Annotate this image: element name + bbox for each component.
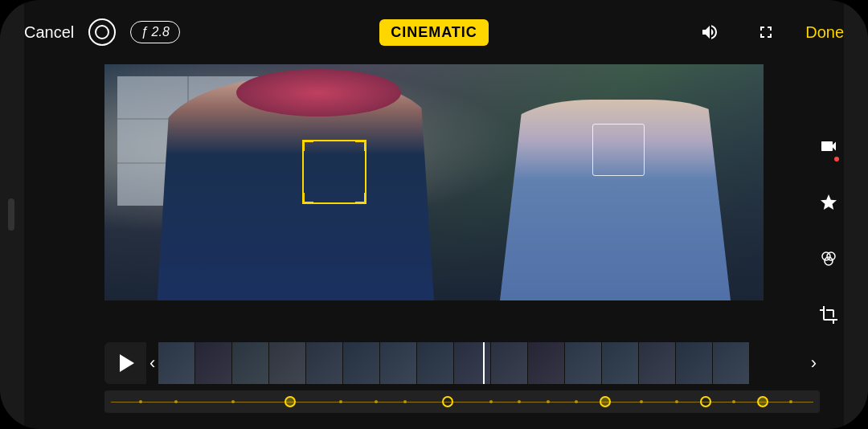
track-dot <box>231 400 235 403</box>
film-frame <box>306 342 343 384</box>
adjustments-tool-button[interactable] <box>812 186 845 219</box>
focus-track[interactable] <box>104 390 820 413</box>
track-dot <box>732 400 735 403</box>
volume-button[interactable] <box>693 15 727 49</box>
top-bar-left: Cancel ƒ 2.8 <box>24 18 201 46</box>
phone-edge-right <box>844 0 868 429</box>
play-triangle-icon <box>120 354 134 372</box>
video-tool-button[interactable] <box>812 129 845 163</box>
crop-tool-button[interactable] <box>812 298 845 332</box>
active-indicator-dot <box>834 157 839 161</box>
film-frame <box>195 342 232 384</box>
focus-box-secondary[interactable] <box>592 124 645 176</box>
focus-corner-br <box>355 193 366 204</box>
top-bar-right: Done <box>667 15 844 49</box>
film-frame <box>528 342 565 384</box>
cancel-button[interactable]: Cancel <box>24 23 74 42</box>
focus-corner-tl <box>302 140 313 151</box>
focus-point[interactable] <box>442 396 453 407</box>
film-frame <box>343 342 380 384</box>
film-frame <box>491 342 528 384</box>
film-strip[interactable] <box>158 342 807 384</box>
video-camera-icon <box>819 137 838 156</box>
aperture-indicator[interactable]: ƒ 2.8 <box>130 21 180 43</box>
color-mix-icon <box>819 249 838 268</box>
focus-point[interactable] <box>600 396 611 407</box>
cinematic-badge[interactable]: CINEMATIC <box>379 19 489 46</box>
video-area <box>104 64 764 300</box>
film-frame <box>417 342 454 384</box>
focus-corner-tr <box>355 140 366 151</box>
playhead[interactable] <box>483 342 485 384</box>
track-dot <box>339 400 342 403</box>
track-dot <box>789 400 792 403</box>
play-button[interactable] <box>104 342 146 384</box>
phone-edge-left <box>0 0 24 429</box>
film-frame <box>639 342 676 384</box>
svg-point-1 <box>827 252 835 260</box>
track-dot <box>547 400 550 403</box>
timeline-prev-button[interactable]: ‹ <box>146 353 158 374</box>
track-dot <box>575 400 578 403</box>
phone-container: Cancel ƒ 2.8 CINEMATIC <box>0 0 868 429</box>
headscarf <box>236 69 401 116</box>
top-bar: Cancel ƒ 2.8 CINEMATIC <box>0 0 868 64</box>
track-dot <box>403 400 407 403</box>
timeline-next-button[interactable]: › <box>808 353 820 374</box>
track-dot <box>489 400 493 403</box>
video-frame <box>104 64 764 300</box>
film-frame <box>232 342 269 384</box>
film-frame <box>602 342 639 384</box>
focus-point[interactable] <box>285 396 296 407</box>
adjustments-icon <box>819 193 838 212</box>
film-frame <box>676 342 713 384</box>
track-dot <box>518 400 521 403</box>
bottom-controls: ‹ › <box>104 342 820 413</box>
svg-point-2 <box>825 257 833 265</box>
track-dot <box>675 400 678 403</box>
done-button[interactable]: Done <box>805 23 844 42</box>
focus-point[interactable] <box>700 396 711 407</box>
focus-corner-bl <box>302 193 313 204</box>
side-button <box>8 198 14 231</box>
film-frame <box>380 342 417 384</box>
film-frame <box>269 342 306 384</box>
film-frame <box>713 342 750 384</box>
aperture-label: ƒ 2.8 <box>141 25 170 39</box>
focus-tracking-icon[interactable] <box>88 18 116 46</box>
side-toolbar <box>812 129 845 332</box>
track-dot <box>139 400 142 403</box>
color-mix-tool-button[interactable] <box>812 242 845 276</box>
focus-point[interactable] <box>757 396 768 407</box>
expand-button[interactable] <box>749 15 783 49</box>
film-frame <box>565 342 602 384</box>
timeline-strip[interactable]: ‹ › <box>104 342 820 384</box>
film-frame <box>454 342 491 384</box>
top-bar-center: CINEMATIC <box>201 19 667 46</box>
volume-icon <box>700 22 719 42</box>
film-frame <box>158 342 195 384</box>
track-dot <box>640 400 643 403</box>
expand-icon <box>756 22 776 42</box>
track-dot <box>375 400 378 403</box>
track-dot <box>174 400 178 403</box>
crop-icon <box>819 305 838 325</box>
focus-box-active[interactable] <box>302 140 366 204</box>
